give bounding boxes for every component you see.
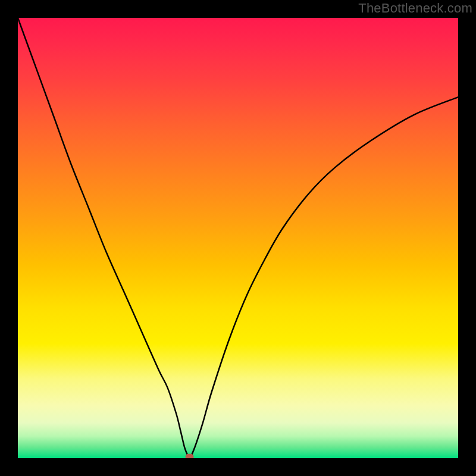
minimum-marker — [186, 454, 194, 458]
attribution-text: TheBottleneck.com — [358, 1, 472, 16]
bottleneck-curve — [18, 18, 458, 457]
chart-overlay — [18, 18, 458, 458]
